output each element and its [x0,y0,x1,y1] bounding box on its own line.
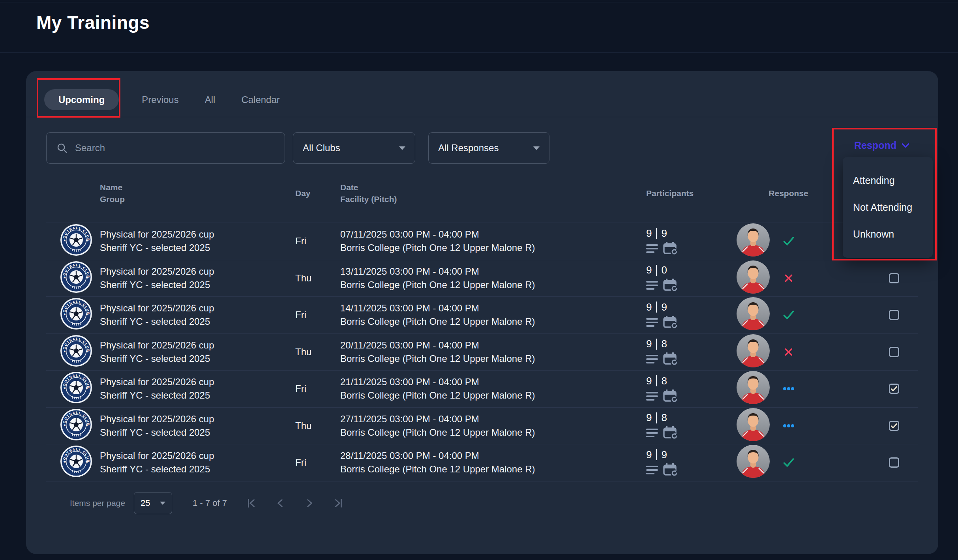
header-response: Response [769,187,808,199]
tab-upcoming[interactable]: Upcoming [44,89,119,110]
last-page-button[interactable] [333,497,345,509]
attendance-list-icon[interactable] [646,465,658,475]
response-status-icon [782,309,795,320]
menu-item-attending[interactable]: Attending [843,175,933,186]
trainings-card: Upcoming Previous All Calendar All Clubs… [26,71,938,554]
training-name: Physical for 2025/2026 cup [100,339,295,352]
training-facility: Borris College (Pitch One 12 Upper Malon… [340,426,646,439]
search-input[interactable] [75,142,275,154]
attendance-list-icon[interactable] [646,354,658,364]
calendar-sync-icon[interactable] [663,316,678,329]
header-date-facility: Date Facility (Pitch) [340,182,646,205]
player-avatar [737,297,770,330]
tab-previous[interactable]: Previous [139,94,182,105]
dropdown-arrow-icon [533,146,540,150]
table-row: FOOTBALL CLUB ★ ★ Physical for 2025/2026… [46,334,918,371]
page-size-select[interactable]: 25 [134,492,172,514]
first-page-button[interactable] [245,497,257,509]
response-status-icon [782,236,795,247]
table-row: FOOTBALL CLUB ★ ★ Physical for 2025/2026… [46,444,918,481]
calendar-sync-icon[interactable] [663,352,678,366]
club-logo: FOOTBALL CLUB ★ ★ [60,409,92,440]
header-divider [0,52,958,53]
respond-button[interactable]: Respond [854,137,911,153]
responses-filter-select[interactable]: All Responses [428,132,549,164]
participants-count: 99 [646,449,734,461]
participants-count: 98 [646,338,734,350]
paginator: Items per page 25 1 - 7 of 7 [46,485,345,521]
club-logo: FOOTBALL CLUB ★ ★ [60,261,92,293]
svg-text:★: ★ [85,386,88,390]
attendance-list-icon[interactable] [646,391,658,401]
svg-text:★: ★ [63,386,66,390]
svg-text:★: ★ [63,312,66,316]
top-divider [0,2,958,2]
svg-text:★: ★ [85,275,88,279]
respond-dropdown-menu: Attending Not Attending Unknown [843,157,933,258]
response-status-icon [782,387,795,391]
header-day: Day [295,187,340,199]
page-range-label: 1 - 7 of 7 [193,498,227,508]
tab-calendar[interactable]: Calendar [238,94,283,105]
menu-item-not-attending[interactable]: Not Attending [843,202,933,213]
row-checkbox[interactable] [889,384,899,394]
calendar-sync-icon[interactable] [663,242,678,255]
club-logo: FOOTBALL CLUB ★ ★ [60,224,92,256]
svg-text:★: ★ [63,275,66,279]
svg-text:★: ★ [85,312,88,316]
player-avatar [737,445,770,478]
response-status-icon [782,457,795,468]
search-icon [56,142,68,154]
items-per-page-label: Items per page [70,498,125,508]
training-facility: Borris College (Pitch One 12 Upper Malon… [340,241,646,255]
training-name: Physical for 2025/2026 cup [100,302,295,315]
club-logo: FOOTBALL CLUB ★ ★ [60,335,92,367]
dropdown-arrow-icon [399,146,405,150]
svg-text:★: ★ [85,423,88,427]
attendance-list-icon[interactable] [646,280,658,290]
training-group: Sheriff YC - selected 2025 [100,278,295,292]
svg-text:★: ★ [63,349,66,353]
page-size-value: 25 [141,498,150,508]
clubs-filter-select[interactable]: All Clubs [293,132,415,164]
training-group: Sheriff YC - selected 2025 [100,426,295,439]
calendar-sync-icon[interactable] [663,463,678,477]
row-checkbox[interactable] [889,457,899,468]
attendance-list-icon[interactable] [646,317,658,328]
participants-count: 98 [646,375,734,387]
tab-all[interactable]: All [202,94,219,105]
response-status-icon [784,347,794,357]
previous-page-button[interactable] [274,497,286,509]
header-participants: Participants [646,187,734,199]
page-title: My Trainings [36,12,150,33]
calendar-sync-icon[interactable] [663,390,678,403]
attendance-list-icon[interactable] [646,428,658,438]
training-facility: Borris College (Pitch One 12 Upper Malon… [340,315,646,328]
calendar-sync-icon[interactable] [663,279,678,292]
svg-text:★: ★ [63,460,66,464]
training-group: Sheriff YC - selected 2025 [100,241,295,255]
responses-filter-value: All Responses [438,142,499,154]
training-day: Fri [295,309,340,320]
svg-text:★: ★ [85,349,88,353]
row-checkbox[interactable] [889,347,899,357]
calendar-sync-icon[interactable] [663,426,678,440]
training-facility: Borris College (Pitch One 12 Upper Malon… [340,352,646,365]
training-datetime: 14/11/2025 03:00 PM - 04:00 PM [340,302,646,315]
training-day: Fri [295,236,340,247]
search-box[interactable] [46,132,285,164]
clubs-filter-value: All Clubs [303,142,340,154]
attendance-list-icon[interactable] [646,243,658,254]
response-status-icon [782,424,795,428]
participants-count: 90 [646,264,734,276]
row-checkbox[interactable] [889,310,899,320]
response-status-icon [784,273,794,283]
row-checkbox[interactable] [889,273,899,283]
club-logo: FOOTBALL CLUB ★ ★ [60,298,92,330]
training-day: Thu [295,420,340,431]
training-group: Sheriff YC - selected 2025 [100,463,295,476]
participants-count: 99 [646,301,734,313]
next-page-button[interactable] [304,497,315,509]
row-checkbox[interactable] [889,421,899,431]
menu-item-unknown[interactable]: Unknown [843,228,933,240]
